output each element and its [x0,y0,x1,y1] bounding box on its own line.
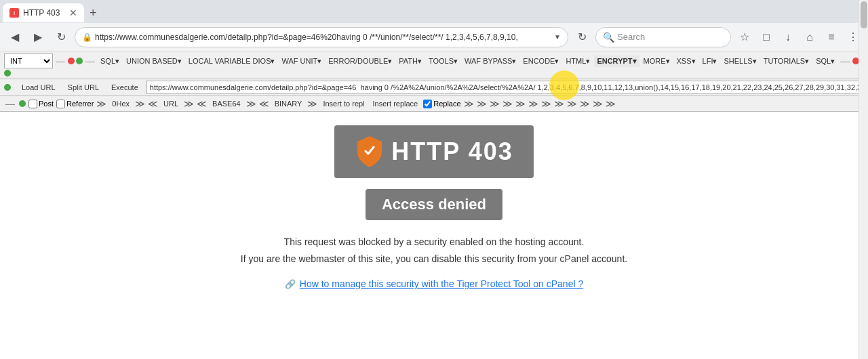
access-denied-text: Access denied [382,196,486,213]
tiger-protect-link[interactable]: How to manage this security with the Tig… [300,278,583,289]
url-input[interactable] [146,81,864,94]
insert-replace-button[interactable]: Insert replace [370,99,421,108]
tab-bar: ! HTTP 403 ✕ + [0,0,868,23]
enc-arrow16: ≫ [554,98,564,109]
base64-button[interactable]: BASE64 [210,99,243,108]
enc-arrow12: ≫ [502,98,513,109]
menu-shells[interactable]: SHELLS▾ [721,56,759,67]
enc-arrow3: ≪ [148,98,158,109]
menu-sql2[interactable]: SQL▾ [813,56,837,67]
scrollbar-thumb[interactable] [861,1,867,28]
enc-arrow19: ≫ [593,98,603,109]
enc-arrow8: ≫ [307,98,317,109]
referrer-checkbox[interactable]: Referrer [56,100,94,108]
access-denied-box: Access denied [366,189,502,220]
enc-dot [19,100,26,107]
tab-close-button[interactable]: ✕ [69,7,77,18]
message-line1: This request was blocked by a security e… [241,234,627,251]
enc-arrow7: ≪ [259,98,269,109]
download-button[interactable]: ↓ [778,28,797,47]
dot-green [76,58,83,64]
status-dot [4,84,11,91]
search-icon: 🔍 [603,32,614,43]
menu-error-double[interactable]: ERROR/DOUBLE▾ [326,56,395,67]
post-check-input[interactable] [28,100,37,108]
address-dropdown-icon[interactable]: ▼ [554,33,561,41]
post-checkbox[interactable]: Post [28,100,54,108]
enc-arrow2: ≫ [135,98,145,109]
url-encode-button[interactable]: URL [161,99,181,108]
menu-sql[interactable]: SQL▾ [98,56,122,67]
shield-icon [355,135,384,169]
menu-button[interactable]: ≡ [822,28,841,47]
enc-arrow11: ≫ [490,98,500,109]
enc-arrow15: ≫ [541,98,551,109]
load-url-button[interactable]: Load URL [18,82,60,93]
external-link-icon: 🔗 [285,279,296,289]
enc-arrow5: ≪ [197,98,207,109]
menu-more[interactable]: MORE▾ [641,56,673,67]
address-text: https://www.communesdalgerie.com/detailp… [95,33,551,42]
enc-arrow14: ≫ [528,98,538,109]
referrer-check-input[interactable] [56,100,65,108]
nav-bar: ◀ ▶ ↻ 🔒 https://www.communesdalgerie.com… [0,23,868,51]
enc-arrow1: ≫ [96,98,106,109]
active-tab[interactable]: ! HTTP 403 ✕ [3,3,84,22]
hex-button[interactable]: 0Hex [109,99,132,108]
address-bar[interactable]: 🔒 https://www.communesdalgerie.com/detai… [75,27,568,47]
menu-encrypt[interactable]: ENCRYPT▾ [594,56,639,67]
sep2: — [85,56,95,66]
enc-arrow6: ≫ [246,98,256,109]
menu-encode[interactable]: ENCODE▾ [520,56,561,67]
search-placeholder: Search [617,32,645,42]
execute-button[interactable]: Execute [107,82,142,93]
forward-button[interactable]: ▶ [28,28,47,47]
encoder-row: — Post Referrer ≫ 0Hex ≫ ≪ URL ≫ ≪ BASE6… [0,96,868,112]
menu-html[interactable]: HTML▾ [563,56,593,67]
replace-checkbox[interactable]: Replace [423,100,460,108]
split-url-button[interactable]: Split URL [64,82,103,93]
int-select[interactable]: INT STRING [4,54,53,68]
enc-arrow13: ≫ [515,98,526,109]
menu-tutorials[interactable]: TUTORIALS▾ [761,56,812,67]
search-box[interactable]: 🔍 Search [595,27,731,47]
menu-tools[interactable]: TOOLS▾ [426,56,460,67]
new-tab-button[interactable]: + [84,5,102,22]
sep1: — [56,56,65,66]
referrer-label: Referrer [66,100,94,108]
reload-button[interactable]: ↻ [52,28,71,47]
sep3: — [840,56,850,66]
toolbar-menu-row: INT STRING — — SQL▾ UNION BASED▾ LOCAL V… [0,51,868,79]
back-button[interactable]: ◀ [5,28,24,47]
url-bar-row: Load URL Split URL Execute [0,79,868,96]
insert-to-repl-button[interactable]: Insert to repl [320,99,367,108]
dot-red [68,58,75,64]
page-wrapper: ! HTTP 403 ✕ + ◀ ▶ ↻ 🔒 https://www.commu… [0,0,868,303]
menu-path[interactable]: PATH▾ [396,56,425,67]
replace-check-input[interactable] [423,100,432,108]
enc-arrow10: ≫ [477,98,487,109]
binary-button[interactable]: BINARY [272,99,305,108]
tab-favicon: ! [9,8,19,18]
menu-union-based[interactable]: UNION BASED▾ [123,56,184,67]
star-button[interactable]: ☆ [735,28,754,47]
enc-arrow9: ≫ [464,98,474,109]
error-box: HTTP 403 [334,125,533,178]
menu-waf-bypass[interactable]: WAF BYPASS▾ [462,56,519,67]
menu-xss[interactable]: XSS▾ [674,56,698,67]
scrollbar[interactable] [859,0,868,359]
http-error-code: HTTP 403 [391,138,513,166]
message-text: This request was blocked by a security e… [241,234,627,268]
enc-sep1: — [5,98,15,109]
menu-lfi[interactable]: LFI▾ [700,56,720,67]
nav-icons: ☆ □ ↓ ⌂ ≡ ⋮ [735,28,863,47]
home-button[interactable]: ⌂ [800,28,819,47]
enc-arrow4: ≫ [184,98,194,109]
link-row: 🔗 How to manage this security with the T… [285,278,583,289]
ext-button[interactable]: □ [757,28,776,47]
menu-local-variable[interactable]: LOCAL VARIABLE DIOS▾ [186,56,278,67]
lock-icon: 🔒 [82,33,92,42]
reload-btn2[interactable]: ↻ [572,28,591,47]
message-line2: If you are the webmaster of this site, y… [241,251,627,268]
menu-waf-unit[interactable]: WAF UNIT▾ [279,56,324,67]
